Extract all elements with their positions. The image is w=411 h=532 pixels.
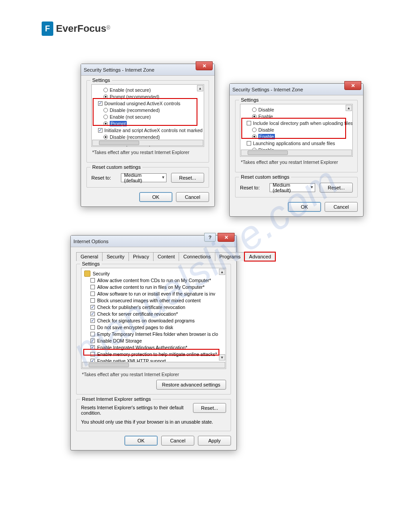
tree-label: Check for publisher's certificate revoca… xyxy=(97,305,185,310)
tab-connections[interactable]: Connections xyxy=(179,252,215,261)
reset-select[interactable]: Medium (default) xyxy=(121,173,167,182)
settings-legend: Settings xyxy=(90,77,112,83)
tree-item[interactable]: Allow software to run or install even if… xyxy=(82,290,225,297)
tree-item[interactable]: Check for publisher's certificate revoca… xyxy=(82,304,225,310)
tree-item[interactable]: Enable Integrated Windows Authentication… xyxy=(82,344,225,351)
scroll-thumb[interactable] xyxy=(248,150,288,155)
settings-list[interactable]: Enable (not secure) Prompt (recommended)… xyxy=(91,84,204,147)
reset-legend: Reset custom settings xyxy=(239,174,291,180)
internet-options-dialog: Internet Options ? ✕ General Security Pr… xyxy=(70,235,237,450)
tree-label: Block unsecured images with other mixed … xyxy=(97,298,201,303)
tree-label: Do not save encrypted pages to disk xyxy=(97,325,173,330)
tab-content[interactable]: Content xyxy=(153,252,180,261)
apply-button[interactable]: Apply xyxy=(198,436,231,446)
tab-general[interactable]: General xyxy=(76,252,103,261)
opt-label-selected: Prompt xyxy=(110,121,127,126)
tree-item[interactable]: Empty Temporary Internet Files folder wh… xyxy=(82,330,225,337)
tree-label: Enable Integrated Windows Authentication… xyxy=(97,345,187,350)
checkbox[interactable] xyxy=(90,339,95,343)
checkbox[interactable] xyxy=(98,101,103,106)
reset-button[interactable]: Reset... xyxy=(320,183,353,193)
settings-legend: Settings xyxy=(80,261,102,266)
opt-heading: Download unsigned ActiveX controls xyxy=(104,101,180,106)
hscrollbar[interactable] xyxy=(82,362,225,368)
opt-label: Enable xyxy=(258,114,273,119)
tree-item[interactable]: Check for server certificate revocation* xyxy=(82,310,225,317)
scroll-thumb[interactable] xyxy=(89,363,129,367)
close-icon[interactable]: ✕ xyxy=(196,61,213,70)
titlebar: Internet Options ? ✕ xyxy=(71,236,236,247)
ok-button[interactable]: OK xyxy=(288,202,321,212)
checkbox[interactable] xyxy=(90,352,95,356)
radio[interactable] xyxy=(103,121,108,126)
hscrollbar[interactable] xyxy=(92,140,203,146)
cancel-button[interactable]: Cancel xyxy=(176,192,209,202)
ok-button[interactable]: OK xyxy=(139,192,172,202)
brand-reg: ® xyxy=(107,25,111,31)
close-icon[interactable]: ✕ xyxy=(218,233,235,242)
opt-heading: Launching applications and unsafe files xyxy=(253,141,335,146)
reset-select[interactable]: Medium (default) xyxy=(270,183,315,192)
security-settings-dialog-1: Security Settings - Internet Zone ✕ Sett… xyxy=(81,64,215,207)
reset-legend: Reset custom settings xyxy=(90,164,142,170)
scroll-down-icon[interactable]: ▼ xyxy=(219,354,225,360)
checkbox[interactable] xyxy=(90,318,95,323)
radio[interactable] xyxy=(103,94,108,99)
cancel-button[interactable]: Cancel xyxy=(161,436,194,446)
tree-label: Check for server certificate revocation* xyxy=(97,311,178,317)
settings-legend: Settings xyxy=(239,97,261,103)
checkbox[interactable] xyxy=(90,345,95,350)
close-icon[interactable]: ✕ xyxy=(344,81,361,90)
settings-list[interactable]: Disable Enable Include local directory p… xyxy=(240,104,353,157)
tree-item[interactable]: Do not save encrypted pages to disk xyxy=(82,324,225,330)
radio[interactable] xyxy=(252,128,257,132)
radio[interactable] xyxy=(103,135,108,139)
radio[interactable] xyxy=(103,88,108,92)
opt-label: Enable (not secure) xyxy=(110,87,151,93)
tab-programs[interactable]: Programs xyxy=(215,252,245,261)
tab-security[interactable]: Security xyxy=(102,252,129,261)
help-icon[interactable]: ? xyxy=(204,233,216,242)
hscrollbar[interactable] xyxy=(241,150,352,156)
tab-advanced[interactable]: Advanced xyxy=(244,252,275,261)
dialog-title: Security Settings - Internet Zone xyxy=(232,87,303,92)
radio[interactable] xyxy=(252,134,257,139)
reset-button[interactable]: Reset... xyxy=(193,403,226,413)
checkbox[interactable] xyxy=(247,141,251,146)
checkbox[interactable] xyxy=(90,292,95,296)
brand-logo: F EverFocus® xyxy=(42,21,110,36)
checkbox[interactable] xyxy=(90,312,95,316)
scroll-up-icon[interactable]: ▲ xyxy=(219,269,225,275)
opt-label: Enable (not secure) xyxy=(110,114,151,120)
scroll-up-icon[interactable]: ▲ xyxy=(346,105,352,111)
scroll-thumb[interactable] xyxy=(99,141,139,145)
checkbox[interactable] xyxy=(90,332,95,336)
tree-item[interactable]: Block unsecured images with other mixed … xyxy=(82,297,225,304)
opt-label: Prompt (recommended) xyxy=(110,94,159,99)
tree-item[interactable]: Enable DOM Storage xyxy=(82,337,225,344)
radio[interactable] xyxy=(103,115,108,119)
tree-label: Check for signatures on downloaded progr… xyxy=(97,318,195,323)
checkbox[interactable] xyxy=(90,298,95,303)
tree-item[interactable]: Check for signatures on downloaded progr… xyxy=(82,317,225,324)
checkbox[interactable] xyxy=(98,128,103,133)
radio[interactable] xyxy=(252,114,257,119)
tree-item[interactable]: Enable memory protection to help mitigat… xyxy=(82,351,225,357)
dialog-title: Internet Options xyxy=(73,239,108,244)
cancel-button[interactable]: Cancel xyxy=(325,202,358,212)
radio[interactable] xyxy=(103,108,108,112)
reset-button[interactable]: Reset... xyxy=(171,173,204,183)
radio[interactable] xyxy=(252,107,257,112)
checkbox[interactable] xyxy=(90,278,95,283)
tree-item[interactable]: Allow active content to run in files on … xyxy=(82,283,225,290)
checkbox[interactable] xyxy=(90,325,95,330)
checkbox[interactable] xyxy=(90,285,95,289)
tab-privacy[interactable]: Privacy xyxy=(128,252,154,261)
restore-button[interactable]: Restore advanced settings xyxy=(156,380,226,390)
checkbox[interactable] xyxy=(247,121,251,125)
checkbox[interactable] xyxy=(90,305,95,309)
scroll-up-icon[interactable]: ▲ xyxy=(197,85,203,91)
tree-item[interactable]: Allow active content from CDs to run on … xyxy=(82,277,225,283)
ok-button[interactable]: OK xyxy=(124,436,158,446)
advanced-tree[interactable]: Security Allow active content from CDs t… xyxy=(81,268,226,369)
